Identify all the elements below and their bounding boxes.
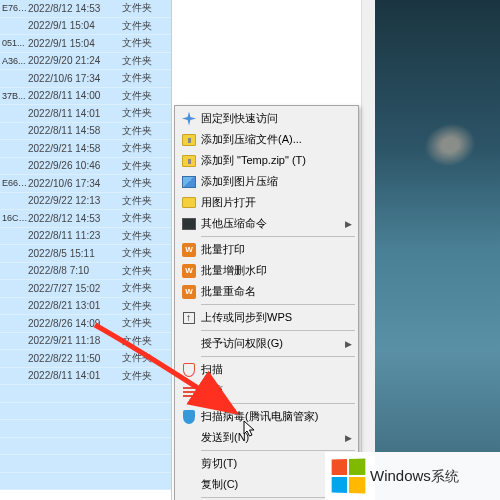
- file-name-cell: 051...: [0, 38, 28, 48]
- table-row[interactable]: A36...2022/9/20 21:24文件夹: [0, 53, 171, 71]
- blank-icon: [179, 336, 199, 352]
- menu-label: 授予访问权限(G): [201, 336, 345, 351]
- file-date-cell: 2022/9/21 14:58: [28, 143, 122, 154]
- menu-label: 其他压缩命令: [201, 216, 345, 231]
- file-type-cell: 文件夹: [122, 89, 162, 103]
- table-row[interactable]: E66E...2022/10/6 17:34文件夹: [0, 175, 171, 193]
- file-date-cell: 2022/10/6 17:34: [28, 178, 122, 189]
- table-row[interactable]: 37B...2022/8/11 14:00文件夹: [0, 88, 171, 106]
- menu-add-temp-zip[interactable]: 添加到 "Temp.zip" (T): [177, 150, 356, 171]
- menu-separator: [201, 450, 355, 451]
- file-list[interactable]: E763...2022/8/12 14:53文件夹2022/9/1 15:04文…: [0, 0, 172, 500]
- file-date-cell: 2022/9/26 10:46: [28, 160, 122, 171]
- file-date-cell: 2022/8/12 14:53: [28, 3, 122, 14]
- menu-label: 扫描病毒(腾讯电脑管家): [201, 409, 352, 424]
- file-date-cell: 2022/9/21 11:18: [28, 335, 122, 346]
- folder-icon: [179, 195, 199, 211]
- menu-send-to[interactable]: 发送到(N) ▶: [177, 427, 356, 448]
- file-type-cell: 文件夹: [122, 194, 162, 208]
- file-type-cell: 文件夹: [122, 299, 162, 313]
- file-type-cell: 文件夹: [122, 211, 162, 225]
- menu-batch-watermark[interactable]: W 批量增删水印: [177, 260, 356, 281]
- scrollbar[interactable]: [361, 0, 375, 500]
- table-row[interactable]: 16CE...2022/8/12 14:53文件夹: [0, 210, 171, 228]
- menu-scan-virus[interactable]: 扫描病毒(腾讯电脑管家): [177, 406, 356, 427]
- menu-other-compress[interactable]: 其他压缩命令 ▶: [177, 213, 356, 234]
- table-row[interactable]: E763...2022/8/12 14:53文件夹: [0, 0, 171, 18]
- menu-scan[interactable]: 扫描: [177, 359, 356, 380]
- table-row[interactable]: 051...2022/9/1 15:04文件夹: [0, 35, 171, 53]
- file-name-cell: 37B...: [0, 91, 28, 101]
- menu-separator: [201, 236, 355, 237]
- file-date-cell: 2022/8/22 11:50: [28, 353, 122, 364]
- file-date-cell: 2022/8/11 14:00: [28, 90, 122, 101]
- file-type-cell: 文件夹: [122, 1, 162, 15]
- cmd-icon: [179, 216, 199, 232]
- file-type-cell: 文件夹: [122, 264, 162, 278]
- table-row[interactable]: 2022/8/11 14:01文件夹: [0, 368, 171, 386]
- table-row[interactable]: [0, 473, 171, 491]
- menu-upload-wps[interactable]: 上传或同步到WPS: [177, 307, 356, 328]
- table-row[interactable]: 2022/9/21 11:18文件夹: [0, 333, 171, 351]
- file-date-cell: 2022/9/20 21:24: [28, 55, 122, 66]
- menu-label: 添加到图片压缩: [201, 174, 352, 189]
- menu-pin-quick-access[interactable]: 固定到快速访问: [177, 108, 356, 129]
- file-type-cell: 文件夹: [122, 19, 162, 33]
- file-type-cell: 文件夹: [122, 159, 162, 173]
- menu-label: 批量重命名: [201, 284, 352, 299]
- menu-open-with-image[interactable]: 用图片打开: [177, 192, 356, 213]
- menu-grant-access[interactable]: 授予访问权限(G) ▶: [177, 333, 356, 354]
- menu-shred[interactable]: 粉碎: [177, 380, 356, 401]
- menu-label: 发送到(N): [201, 430, 345, 445]
- menu-add-archive[interactable]: 添加到压缩文件(A)...: [177, 129, 356, 150]
- table-row[interactable]: 2022/7/27 15:02文件夹: [0, 280, 171, 298]
- file-type-cell: 文件夹: [122, 334, 162, 348]
- table-row[interactable]: 2022/9/26 10:46文件夹: [0, 158, 171, 176]
- file-type-cell: 文件夹: [122, 316, 162, 330]
- table-row[interactable]: [0, 403, 171, 421]
- file-type-cell: 文件夹: [122, 229, 162, 243]
- table-row[interactable]: 2022/8/26 14:09文件夹: [0, 315, 171, 333]
- archive-icon: [179, 153, 199, 169]
- file-date-cell: 2022/8/11 14:58: [28, 125, 122, 136]
- table-row[interactable]: 2022/8/22 11:50文件夹: [0, 350, 171, 368]
- file-date-cell: 2022/7/27 15:02: [28, 283, 122, 294]
- table-row[interactable]: [0, 455, 171, 473]
- file-type-cell: 文件夹: [122, 106, 162, 120]
- file-date-cell: 2022/8/5 15:11: [28, 248, 122, 259]
- watermark: Windows 系统: [325, 452, 500, 500]
- wps-icon: W: [179, 284, 199, 300]
- file-name-cell: E763...: [0, 3, 28, 13]
- file-type-cell: 文件夹: [122, 71, 162, 85]
- file-date-cell: 2022/8/11 11:23: [28, 230, 122, 241]
- file-name-cell: 16CE...: [0, 213, 28, 223]
- menu-label: 添加到压缩文件(A)...: [201, 132, 352, 147]
- menu-separator: [201, 403, 355, 404]
- watermark-text: Windows 系统: [370, 467, 459, 486]
- table-row[interactable]: 2022/8/11 14:01文件夹: [0, 105, 171, 123]
- menu-batch-rename[interactable]: W 批量重命名: [177, 281, 356, 302]
- menu-add-image-compress[interactable]: 添加到图片压缩: [177, 171, 356, 192]
- table-row[interactable]: 2022/8/21 13:01文件夹: [0, 298, 171, 316]
- table-row[interactable]: 2022/8/11 14:58文件夹: [0, 123, 171, 141]
- menu-batch-print[interactable]: W 批量打印: [177, 239, 356, 260]
- table-row[interactable]: [0, 385, 171, 403]
- menu-separator: [201, 330, 355, 331]
- table-row[interactable]: 2022/8/5 15:11文件夹: [0, 245, 171, 263]
- file-date-cell: 2022/8/8 7:10: [28, 265, 122, 276]
- file-type-cell: 文件夹: [122, 124, 162, 138]
- menu-label: 粉碎: [201, 383, 352, 398]
- table-row[interactable]: 2022/8/11 11:23文件夹: [0, 228, 171, 246]
- blank-icon: [179, 477, 199, 493]
- file-date-cell: 2022/9/1 15:04: [28, 20, 122, 31]
- table-row[interactable]: 2022/9/21 14:58文件夹: [0, 140, 171, 158]
- table-row[interactable]: 2022/8/8 7:10文件夹: [0, 263, 171, 281]
- table-row[interactable]: 2022/9/22 12:13文件夹: [0, 193, 171, 211]
- menu-label: 用图片打开: [201, 195, 352, 210]
- archive-icon: [179, 132, 199, 148]
- file-type-cell: 文件夹: [122, 141, 162, 155]
- table-row[interactable]: [0, 438, 171, 456]
- table-row[interactable]: 2022/9/1 15:04文件夹: [0, 18, 171, 36]
- table-row[interactable]: [0, 420, 171, 438]
- table-row[interactable]: 2022/10/6 17:34文件夹: [0, 70, 171, 88]
